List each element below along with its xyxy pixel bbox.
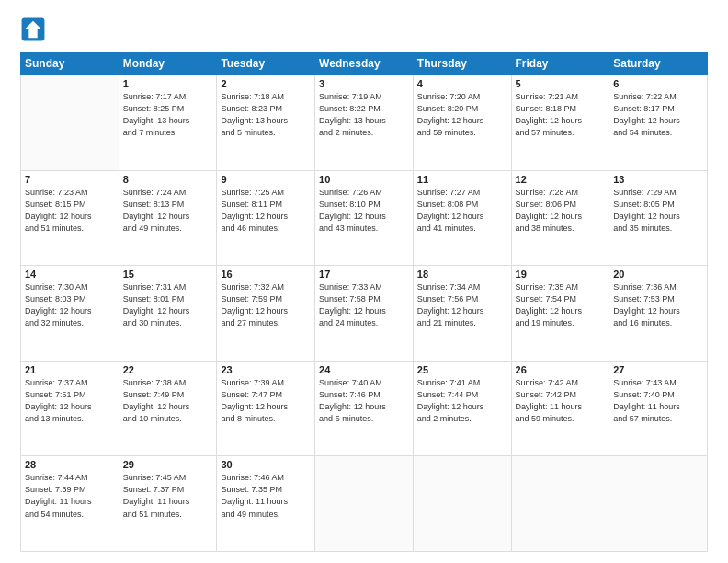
- day-number: 14: [25, 269, 115, 280]
- day-info: Sunrise: 7:24 AM Sunset: 8:13 PM Dayligh…: [123, 187, 213, 235]
- day-info: Sunrise: 7:29 AM Sunset: 8:05 PM Dayligh…: [613, 187, 703, 235]
- calendar-cell: 20Sunrise: 7:36 AM Sunset: 7:53 PM Dayli…: [609, 266, 708, 362]
- weekday-header-thursday: Thursday: [413, 52, 511, 75]
- day-info: Sunrise: 7:31 AM Sunset: 8:01 PM Dayligh…: [123, 282, 213, 329]
- calendar-week-row: 28Sunrise: 7:44 AM Sunset: 7:39 PM Dayli…: [21, 456, 708, 552]
- calendar-cell: 27Sunrise: 7:43 AM Sunset: 7:40 PM Dayli…: [609, 361, 708, 456]
- day-info: Sunrise: 7:37 AM Sunset: 7:51 PM Dayligh…: [25, 377, 115, 425]
- calendar-week-row: 14Sunrise: 7:30 AM Sunset: 8:03 PM Dayli…: [21, 266, 708, 362]
- day-info: Sunrise: 7:22 AM Sunset: 8:17 PM Dayligh…: [613, 91, 703, 139]
- calendar-cell: 15Sunrise: 7:31 AM Sunset: 8:01 PM Dayli…: [119, 266, 217, 362]
- calendar-cell: [511, 456, 609, 552]
- day-number: 2: [221, 78, 311, 89]
- calendar-cell: 23Sunrise: 7:39 AM Sunset: 7:47 PM Dayli…: [217, 361, 315, 456]
- calendar-cell: 7Sunrise: 7:23 AM Sunset: 8:15 PM Daylig…: [21, 170, 119, 266]
- day-number: 1: [123, 78, 213, 89]
- calendar-cell: 26Sunrise: 7:42 AM Sunset: 7:42 PM Dayli…: [511, 361, 609, 456]
- calendar-cell: 21Sunrise: 7:37 AM Sunset: 7:51 PM Dayli…: [21, 361, 119, 456]
- calendar-cell: 8Sunrise: 7:24 AM Sunset: 8:13 PM Daylig…: [119, 170, 217, 266]
- calendar-cell: 25Sunrise: 7:41 AM Sunset: 7:44 PM Dayli…: [413, 361, 511, 456]
- day-info: Sunrise: 7:41 AM Sunset: 7:44 PM Dayligh…: [417, 377, 507, 425]
- day-info: Sunrise: 7:35 AM Sunset: 7:54 PM Dayligh…: [516, 282, 606, 329]
- day-info: Sunrise: 7:33 AM Sunset: 7:58 PM Dayligh…: [319, 282, 409, 329]
- calendar-cell: 4Sunrise: 7:20 AM Sunset: 8:20 PM Daylig…: [413, 75, 511, 171]
- calendar-cell: [609, 456, 708, 552]
- weekday-header-sunday: Sunday: [21, 52, 119, 75]
- day-info: Sunrise: 7:27 AM Sunset: 8:08 PM Dayligh…: [417, 187, 507, 235]
- calendar-cell: 14Sunrise: 7:30 AM Sunset: 8:03 PM Dayli…: [21, 266, 119, 362]
- logo-icon: [20, 17, 46, 42]
- day-info: Sunrise: 7:42 AM Sunset: 7:42 PM Dayligh…: [516, 377, 606, 425]
- calendar-cell: 11Sunrise: 7:27 AM Sunset: 8:08 PM Dayli…: [413, 170, 511, 266]
- day-number: 25: [417, 364, 507, 375]
- calendar-cell: 9Sunrise: 7:25 AM Sunset: 8:11 PM Daylig…: [217, 170, 315, 266]
- calendar-cell: 3Sunrise: 7:19 AM Sunset: 8:22 PM Daylig…: [315, 75, 414, 171]
- calendar-cell: 1Sunrise: 7:17 AM Sunset: 8:25 PM Daylig…: [119, 75, 217, 171]
- logo: [20, 17, 50, 42]
- day-info: Sunrise: 7:39 AM Sunset: 7:47 PM Dayligh…: [221, 377, 311, 425]
- day-info: Sunrise: 7:25 AM Sunset: 8:11 PM Dayligh…: [221, 187, 311, 235]
- day-info: Sunrise: 7:20 AM Sunset: 8:20 PM Dayligh…: [417, 91, 507, 139]
- weekday-header-monday: Monday: [119, 52, 217, 75]
- weekday-header-row: SundayMondayTuesdayWednesdayThursdayFrid…: [21, 52, 708, 75]
- day-info: Sunrise: 7:45 AM Sunset: 7:37 PM Dayligh…: [123, 472, 213, 520]
- calendar-cell: 19Sunrise: 7:35 AM Sunset: 7:54 PM Dayli…: [511, 266, 609, 362]
- day-number: 29: [123, 459, 213, 470]
- day-info: Sunrise: 7:17 AM Sunset: 8:25 PM Dayligh…: [123, 91, 213, 139]
- calendar-cell: [21, 75, 119, 171]
- calendar-cell: 6Sunrise: 7:22 AM Sunset: 8:17 PM Daylig…: [609, 75, 708, 171]
- weekday-header-friday: Friday: [511, 52, 609, 75]
- day-info: Sunrise: 7:30 AM Sunset: 8:03 PM Dayligh…: [25, 282, 115, 329]
- calendar-cell: 22Sunrise: 7:38 AM Sunset: 7:49 PM Dayli…: [119, 361, 217, 456]
- calendar-cell: 30Sunrise: 7:46 AM Sunset: 7:35 PM Dayli…: [217, 456, 315, 552]
- day-number: 19: [516, 269, 606, 280]
- day-number: 22: [123, 364, 213, 375]
- day-info: Sunrise: 7:23 AM Sunset: 8:15 PM Dayligh…: [25, 187, 115, 235]
- day-number: 16: [221, 269, 311, 280]
- weekday-header-wednesday: Wednesday: [315, 52, 414, 75]
- day-number: 20: [613, 269, 703, 280]
- day-number: 23: [221, 364, 311, 375]
- day-info: Sunrise: 7:32 AM Sunset: 7:59 PM Dayligh…: [221, 282, 311, 329]
- calendar-cell: 29Sunrise: 7:45 AM Sunset: 7:37 PM Dayli…: [119, 456, 217, 552]
- day-number: 18: [417, 269, 507, 280]
- day-number: 13: [613, 174, 703, 185]
- calendar-cell: [315, 456, 414, 552]
- day-number: 7: [25, 174, 115, 185]
- day-info: Sunrise: 7:18 AM Sunset: 8:23 PM Dayligh…: [221, 91, 311, 139]
- calendar-cell: 12Sunrise: 7:28 AM Sunset: 8:06 PM Dayli…: [511, 170, 609, 266]
- day-number: 15: [123, 269, 213, 280]
- header: [20, 17, 708, 42]
- weekday-header-tuesday: Tuesday: [217, 52, 315, 75]
- day-number: 3: [319, 78, 409, 89]
- day-number: 26: [516, 364, 606, 375]
- day-info: Sunrise: 7:43 AM Sunset: 7:40 PM Dayligh…: [613, 377, 703, 425]
- calendar-week-row: 21Sunrise: 7:37 AM Sunset: 7:51 PM Dayli…: [21, 361, 708, 456]
- day-number: 30: [221, 459, 311, 470]
- day-number: 28: [25, 459, 115, 470]
- day-info: Sunrise: 7:46 AM Sunset: 7:35 PM Dayligh…: [221, 472, 311, 520]
- day-info: Sunrise: 7:40 AM Sunset: 7:46 PM Dayligh…: [319, 377, 409, 425]
- calendar-cell: 18Sunrise: 7:34 AM Sunset: 7:56 PM Dayli…: [413, 266, 511, 362]
- calendar-cell: 10Sunrise: 7:26 AM Sunset: 8:10 PM Dayli…: [315, 170, 414, 266]
- day-number: 8: [123, 174, 213, 185]
- day-number: 27: [613, 364, 703, 375]
- day-number: 24: [319, 364, 409, 375]
- day-number: 5: [516, 78, 606, 89]
- calendar-cell: 28Sunrise: 7:44 AM Sunset: 7:39 PM Dayli…: [21, 456, 119, 552]
- calendar-week-row: 7Sunrise: 7:23 AM Sunset: 8:15 PM Daylig…: [21, 170, 708, 266]
- day-info: Sunrise: 7:36 AM Sunset: 7:53 PM Dayligh…: [613, 282, 703, 329]
- calendar-cell: 2Sunrise: 7:18 AM Sunset: 8:23 PM Daylig…: [217, 75, 315, 171]
- day-number: 10: [319, 174, 409, 185]
- day-number: 6: [613, 78, 703, 89]
- day-number: 17: [319, 269, 409, 280]
- calendar-cell: 16Sunrise: 7:32 AM Sunset: 7:59 PM Dayli…: [217, 266, 315, 362]
- day-number: 21: [25, 364, 115, 375]
- day-info: Sunrise: 7:26 AM Sunset: 8:10 PM Dayligh…: [319, 187, 409, 235]
- weekday-header-saturday: Saturday: [609, 52, 708, 75]
- page: SundayMondayTuesdayWednesdayThursdayFrid…: [0, 0, 728, 563]
- calendar-week-row: 1Sunrise: 7:17 AM Sunset: 8:25 PM Daylig…: [21, 75, 708, 171]
- day-number: 9: [221, 174, 311, 185]
- day-info: Sunrise: 7:21 AM Sunset: 8:18 PM Dayligh…: [516, 91, 606, 139]
- calendar-cell: 24Sunrise: 7:40 AM Sunset: 7:46 PM Dayli…: [315, 361, 414, 456]
